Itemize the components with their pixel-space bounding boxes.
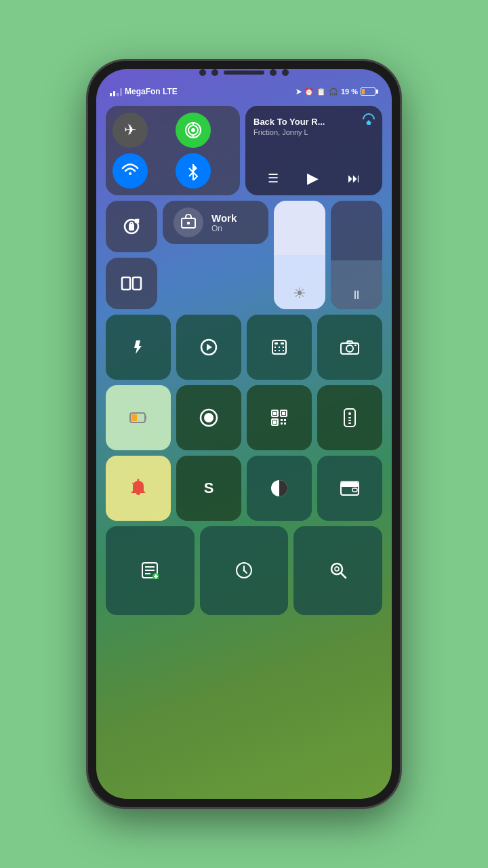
svg-rect-46 bbox=[348, 417, 351, 418]
svg-rect-31 bbox=[145, 416, 146, 420]
music-controls: ☰ ▶ ⏭ bbox=[253, 170, 374, 187]
svg-rect-21 bbox=[279, 347, 280, 348]
signal-bars bbox=[110, 87, 122, 96]
svg-rect-42 bbox=[281, 422, 283, 425]
camera-front bbox=[270, 69, 277, 76]
svg-rect-12 bbox=[122, 277, 130, 290]
battery-icon bbox=[361, 87, 378, 96]
music-panel[interactable]: Back To Your R... Friction, Jonny L ☰ ▶ … bbox=[245, 106, 382, 195]
signal-bar-3 bbox=[117, 93, 119, 96]
notch-area bbox=[96, 69, 392, 79]
svg-rect-18 bbox=[274, 342, 278, 344]
svg-point-45 bbox=[348, 412, 351, 415]
calculator-button[interactable] bbox=[247, 315, 312, 380]
svg-rect-30 bbox=[131, 414, 137, 421]
left-controls bbox=[106, 201, 157, 309]
wifi-button[interactable] bbox=[113, 153, 148, 189]
menu-button[interactable]: ☰ bbox=[268, 171, 279, 186]
screen-record-button[interactable] bbox=[176, 315, 241, 380]
svg-rect-28 bbox=[354, 344, 357, 346]
qr-code-button[interactable] bbox=[247, 385, 312, 450]
control-center: ✈ bbox=[96, 100, 392, 620]
status-right: ➤ ⏰ 📋 🎧 19 % bbox=[296, 87, 378, 96]
cellular-button[interactable] bbox=[176, 113, 211, 148]
phone-frame: MegaFon LTE ➤ ⏰ 📋 🎧 19 % bbox=[88, 61, 400, 807]
app-row-3: S bbox=[106, 456, 382, 521]
app-row-4 bbox=[106, 526, 382, 615]
svg-rect-37 bbox=[282, 412, 285, 415]
phone-screen: MegaFon LTE ➤ ⏰ 📋 🎧 19 % bbox=[96, 69, 392, 799]
app-row-2 bbox=[106, 385, 382, 450]
svg-point-65 bbox=[243, 570, 245, 572]
status-left: MegaFon LTE bbox=[110, 87, 178, 96]
camera-dot-left bbox=[199, 69, 206, 76]
signal-bar-2 bbox=[113, 91, 115, 96]
location-icon: ➤ bbox=[296, 87, 302, 96]
svg-rect-52 bbox=[341, 483, 359, 487]
work-text: Work On bbox=[211, 212, 237, 233]
work-icon bbox=[174, 208, 203, 237]
invert-button[interactable] bbox=[247, 456, 312, 521]
music-title: Back To Your R... bbox=[253, 117, 374, 127]
signal-bar-1 bbox=[110, 93, 112, 96]
svg-point-27 bbox=[346, 345, 353, 352]
top-row: ✈ bbox=[106, 106, 382, 195]
alarm-icon: ⏰ bbox=[304, 87, 314, 96]
brightness-icon: ☀ bbox=[293, 285, 306, 302]
skip-forward-button[interactable]: ⏭ bbox=[348, 172, 360, 186]
svg-rect-19 bbox=[281, 342, 284, 344]
flashlight-button[interactable] bbox=[106, 315, 171, 380]
airplane-mode-button[interactable]: ✈ bbox=[113, 113, 148, 148]
carrier-name: MegaFon LTE bbox=[125, 87, 178, 96]
camera-button[interactable] bbox=[317, 315, 382, 380]
record-button[interactable] bbox=[176, 385, 241, 450]
svg-rect-39 bbox=[273, 420, 277, 424]
second-row: Work On ☀ ⏸ bbox=[106, 201, 382, 309]
work-profile-button[interactable]: Work On bbox=[163, 201, 268, 244]
magnifier-button[interactable] bbox=[293, 526, 382, 615]
bluetooth-button[interactable] bbox=[176, 153, 211, 189]
brightness-slider[interactable]: ☀ bbox=[274, 201, 325, 309]
svg-point-2 bbox=[191, 128, 195, 132]
svg-rect-24 bbox=[279, 350, 280, 351]
status-bar: MegaFon LTE ➤ ⏰ 📋 🎧 19 % bbox=[96, 79, 392, 100]
notes-widget-button[interactable] bbox=[106, 526, 195, 615]
airplay-icon[interactable] bbox=[362, 113, 375, 130]
volume-slider[interactable]: ⏸ bbox=[331, 201, 382, 309]
battery-body bbox=[361, 87, 375, 96]
work-sublabel: On bbox=[211, 224, 237, 233]
svg-rect-8 bbox=[367, 123, 371, 125]
shazam-button[interactable]: S bbox=[176, 456, 241, 521]
volume-icon: ⏸ bbox=[350, 288, 363, 302]
music-artist: Friction, Jonny L bbox=[253, 128, 374, 136]
svg-point-33 bbox=[204, 413, 214, 422]
wallet-button[interactable] bbox=[317, 456, 382, 521]
battery-button[interactable] bbox=[106, 385, 171, 450]
sim-icon: 📋 bbox=[317, 87, 326, 96]
connectivity-panel: ✈ bbox=[106, 106, 240, 195]
camera-center bbox=[211, 69, 218, 76]
clock-button[interactable] bbox=[200, 526, 289, 615]
rotation-lock-button[interactable] bbox=[106, 201, 157, 252]
battery-percent: 19 % bbox=[341, 87, 358, 96]
screen-mirror-button[interactable] bbox=[106, 258, 157, 309]
battery-fill bbox=[362, 89, 365, 94]
svg-rect-48 bbox=[348, 422, 351, 424]
svg-rect-47 bbox=[348, 420, 351, 421]
svg-rect-43 bbox=[284, 422, 286, 425]
center-controls: Work On bbox=[163, 201, 268, 309]
speaker bbox=[224, 71, 264, 75]
signal-bar-4 bbox=[120, 88, 122, 96]
headphone-icon: 🎧 bbox=[329, 87, 338, 96]
music-info: Back To Your R... Friction, Jonny L bbox=[253, 114, 374, 136]
play-button[interactable]: ▶ bbox=[307, 170, 319, 187]
svg-rect-22 bbox=[283, 347, 284, 348]
battery-cap bbox=[376, 90, 378, 94]
remote-button[interactable] bbox=[317, 385, 382, 450]
svg-rect-53 bbox=[352, 488, 357, 492]
svg-rect-35 bbox=[273, 412, 277, 415]
camera-dot-right bbox=[282, 69, 289, 76]
svg-line-67 bbox=[341, 573, 346, 578]
notification-button[interactable] bbox=[106, 456, 171, 521]
svg-rect-23 bbox=[274, 350, 276, 351]
